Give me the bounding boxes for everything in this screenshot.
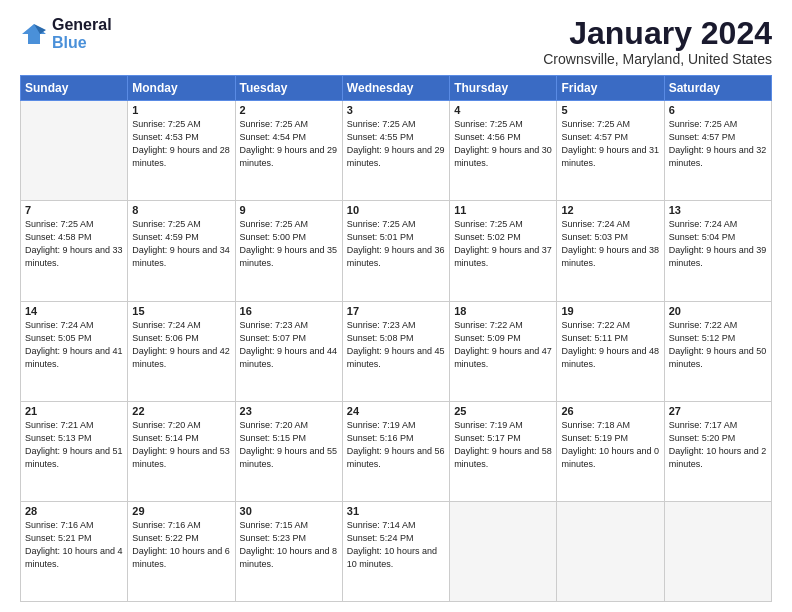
calendar-cell: 25Sunrise: 7:19 AM Sunset: 5:17 PM Dayli… bbox=[450, 401, 557, 501]
calendar-cell: 6Sunrise: 7:25 AM Sunset: 4:57 PM Daylig… bbox=[664, 101, 771, 201]
location: Crownsville, Maryland, United States bbox=[543, 51, 772, 67]
day-info: Sunrise: 7:16 AM Sunset: 5:21 PM Dayligh… bbox=[25, 519, 123, 571]
day-info: Sunrise: 7:21 AM Sunset: 5:13 PM Dayligh… bbox=[25, 419, 123, 471]
day-info: Sunrise: 7:24 AM Sunset: 5:06 PM Dayligh… bbox=[132, 319, 230, 371]
day-info: Sunrise: 7:25 AM Sunset: 5:02 PM Dayligh… bbox=[454, 218, 552, 270]
weekday-header-sunday: Sunday bbox=[21, 76, 128, 101]
weekday-header-row: SundayMondayTuesdayWednesdayThursdayFrid… bbox=[21, 76, 772, 101]
day-info: Sunrise: 7:23 AM Sunset: 5:08 PM Dayligh… bbox=[347, 319, 445, 371]
day-number: 9 bbox=[240, 204, 338, 216]
day-number: 29 bbox=[132, 505, 230, 517]
calendar-cell: 19Sunrise: 7:22 AM Sunset: 5:11 PM Dayli… bbox=[557, 301, 664, 401]
day-info: Sunrise: 7:25 AM Sunset: 4:56 PM Dayligh… bbox=[454, 118, 552, 170]
day-info: Sunrise: 7:22 AM Sunset: 5:11 PM Dayligh… bbox=[561, 319, 659, 371]
day-number: 16 bbox=[240, 305, 338, 317]
week-row-4: 28Sunrise: 7:16 AM Sunset: 5:21 PM Dayli… bbox=[21, 501, 772, 601]
day-info: Sunrise: 7:18 AM Sunset: 5:19 PM Dayligh… bbox=[561, 419, 659, 471]
calendar-cell: 14Sunrise: 7:24 AM Sunset: 5:05 PM Dayli… bbox=[21, 301, 128, 401]
calendar-cell: 20Sunrise: 7:22 AM Sunset: 5:12 PM Dayli… bbox=[664, 301, 771, 401]
calendar-cell: 18Sunrise: 7:22 AM Sunset: 5:09 PM Dayli… bbox=[450, 301, 557, 401]
calendar-cell: 4Sunrise: 7:25 AM Sunset: 4:56 PM Daylig… bbox=[450, 101, 557, 201]
day-info: Sunrise: 7:23 AM Sunset: 5:07 PM Dayligh… bbox=[240, 319, 338, 371]
weekday-header-friday: Friday bbox=[557, 76, 664, 101]
calendar-cell: 22Sunrise: 7:20 AM Sunset: 5:14 PM Dayli… bbox=[128, 401, 235, 501]
day-info: Sunrise: 7:14 AM Sunset: 5:24 PM Dayligh… bbox=[347, 519, 445, 571]
day-number: 26 bbox=[561, 405, 659, 417]
day-info: Sunrise: 7:22 AM Sunset: 5:12 PM Dayligh… bbox=[669, 319, 767, 371]
calendar-cell: 31Sunrise: 7:14 AM Sunset: 5:24 PM Dayli… bbox=[342, 501, 449, 601]
calendar-cell: 9Sunrise: 7:25 AM Sunset: 5:00 PM Daylig… bbox=[235, 201, 342, 301]
day-info: Sunrise: 7:17 AM Sunset: 5:20 PM Dayligh… bbox=[669, 419, 767, 471]
day-number: 20 bbox=[669, 305, 767, 317]
day-info: Sunrise: 7:24 AM Sunset: 5:03 PM Dayligh… bbox=[561, 218, 659, 270]
weekday-header-monday: Monday bbox=[128, 76, 235, 101]
day-info: Sunrise: 7:25 AM Sunset: 4:54 PM Dayligh… bbox=[240, 118, 338, 170]
calendar-cell: 15Sunrise: 7:24 AM Sunset: 5:06 PM Dayli… bbox=[128, 301, 235, 401]
day-number: 10 bbox=[347, 204, 445, 216]
calendar-cell: 7Sunrise: 7:25 AM Sunset: 4:58 PM Daylig… bbox=[21, 201, 128, 301]
day-info: Sunrise: 7:16 AM Sunset: 5:22 PM Dayligh… bbox=[132, 519, 230, 571]
day-number: 5 bbox=[561, 104, 659, 116]
calendar-cell: 26Sunrise: 7:18 AM Sunset: 5:19 PM Dayli… bbox=[557, 401, 664, 501]
calendar-cell: 8Sunrise: 7:25 AM Sunset: 4:59 PM Daylig… bbox=[128, 201, 235, 301]
day-info: Sunrise: 7:19 AM Sunset: 5:16 PM Dayligh… bbox=[347, 419, 445, 471]
day-info: Sunrise: 7:25 AM Sunset: 4:57 PM Dayligh… bbox=[561, 118, 659, 170]
day-number: 31 bbox=[347, 505, 445, 517]
day-info: Sunrise: 7:20 AM Sunset: 5:15 PM Dayligh… bbox=[240, 419, 338, 471]
calendar-cell: 11Sunrise: 7:25 AM Sunset: 5:02 PM Dayli… bbox=[450, 201, 557, 301]
calendar-cell: 1Sunrise: 7:25 AM Sunset: 4:53 PM Daylig… bbox=[128, 101, 235, 201]
weekday-header-wednesday: Wednesday bbox=[342, 76, 449, 101]
day-number: 6 bbox=[669, 104, 767, 116]
weekday-header-tuesday: Tuesday bbox=[235, 76, 342, 101]
logo-icon bbox=[20, 20, 48, 48]
week-row-2: 14Sunrise: 7:24 AM Sunset: 5:05 PM Dayli… bbox=[21, 301, 772, 401]
day-info: Sunrise: 7:22 AM Sunset: 5:09 PM Dayligh… bbox=[454, 319, 552, 371]
calendar-cell: 5Sunrise: 7:25 AM Sunset: 4:57 PM Daylig… bbox=[557, 101, 664, 201]
calendar-cell: 24Sunrise: 7:19 AM Sunset: 5:16 PM Dayli… bbox=[342, 401, 449, 501]
week-row-0: 1Sunrise: 7:25 AM Sunset: 4:53 PM Daylig… bbox=[21, 101, 772, 201]
day-number: 27 bbox=[669, 405, 767, 417]
title-block: January 2024 Crownsville, Maryland, Unit… bbox=[543, 16, 772, 67]
day-number: 25 bbox=[454, 405, 552, 417]
calendar-cell: 10Sunrise: 7:25 AM Sunset: 5:01 PM Dayli… bbox=[342, 201, 449, 301]
calendar-cell: 17Sunrise: 7:23 AM Sunset: 5:08 PM Dayli… bbox=[342, 301, 449, 401]
calendar-cell: 13Sunrise: 7:24 AM Sunset: 5:04 PM Dayli… bbox=[664, 201, 771, 301]
logo: General Blue bbox=[20, 16, 112, 51]
header: General Blue January 2024 Crownsville, M… bbox=[20, 16, 772, 67]
calendar-cell: 3Sunrise: 7:25 AM Sunset: 4:55 PM Daylig… bbox=[342, 101, 449, 201]
calendar-cell: 29Sunrise: 7:16 AM Sunset: 5:22 PM Dayli… bbox=[128, 501, 235, 601]
day-number: 1 bbox=[132, 104, 230, 116]
weekday-header-thursday: Thursday bbox=[450, 76, 557, 101]
day-info: Sunrise: 7:25 AM Sunset: 5:01 PM Dayligh… bbox=[347, 218, 445, 270]
day-info: Sunrise: 7:24 AM Sunset: 5:05 PM Dayligh… bbox=[25, 319, 123, 371]
day-number: 11 bbox=[454, 204, 552, 216]
day-info: Sunrise: 7:24 AM Sunset: 5:04 PM Dayligh… bbox=[669, 218, 767, 270]
day-number: 13 bbox=[669, 204, 767, 216]
calendar-cell: 2Sunrise: 7:25 AM Sunset: 4:54 PM Daylig… bbox=[235, 101, 342, 201]
day-info: Sunrise: 7:20 AM Sunset: 5:14 PM Dayligh… bbox=[132, 419, 230, 471]
svg-marker-0 bbox=[22, 24, 46, 44]
week-row-3: 21Sunrise: 7:21 AM Sunset: 5:13 PM Dayli… bbox=[21, 401, 772, 501]
day-number: 23 bbox=[240, 405, 338, 417]
calendar-cell: 21Sunrise: 7:21 AM Sunset: 5:13 PM Dayli… bbox=[21, 401, 128, 501]
day-number: 8 bbox=[132, 204, 230, 216]
day-info: Sunrise: 7:15 AM Sunset: 5:23 PM Dayligh… bbox=[240, 519, 338, 571]
day-number: 24 bbox=[347, 405, 445, 417]
calendar-cell bbox=[664, 501, 771, 601]
day-info: Sunrise: 7:25 AM Sunset: 5:00 PM Dayligh… bbox=[240, 218, 338, 270]
weekday-header-saturday: Saturday bbox=[664, 76, 771, 101]
day-number: 15 bbox=[132, 305, 230, 317]
calendar-cell bbox=[450, 501, 557, 601]
day-info: Sunrise: 7:25 AM Sunset: 4:59 PM Dayligh… bbox=[132, 218, 230, 270]
calendar-cell bbox=[557, 501, 664, 601]
calendar-table: SundayMondayTuesdayWednesdayThursdayFrid… bbox=[20, 75, 772, 602]
day-number: 4 bbox=[454, 104, 552, 116]
day-number: 7 bbox=[25, 204, 123, 216]
page: General Blue January 2024 Crownsville, M… bbox=[0, 0, 792, 612]
day-number: 22 bbox=[132, 405, 230, 417]
day-number: 2 bbox=[240, 104, 338, 116]
day-number: 3 bbox=[347, 104, 445, 116]
day-info: Sunrise: 7:25 AM Sunset: 4:55 PM Dayligh… bbox=[347, 118, 445, 170]
day-info: Sunrise: 7:25 AM Sunset: 4:57 PM Dayligh… bbox=[669, 118, 767, 170]
day-info: Sunrise: 7:19 AM Sunset: 5:17 PM Dayligh… bbox=[454, 419, 552, 471]
